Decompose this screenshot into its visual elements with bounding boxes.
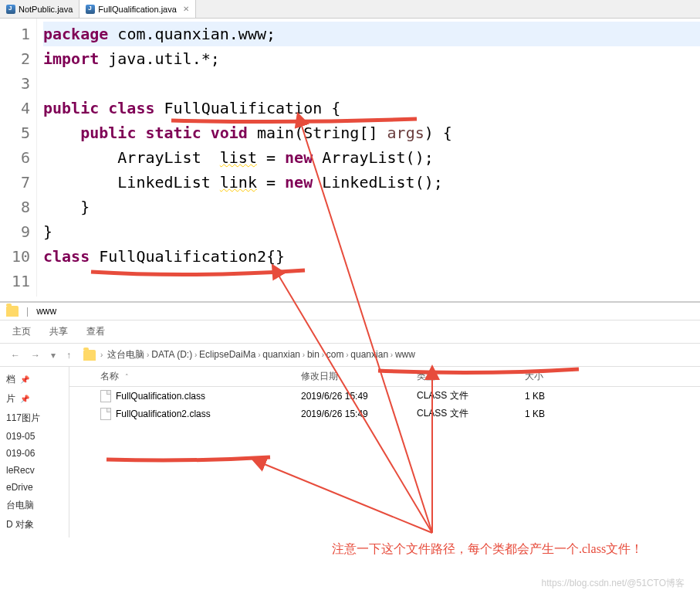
nav-pane: 档📌片📌117图片019-05019-06leRecveDrive台电脑D 对象	[0, 367, 69, 537]
line-number: 3	[0, 71, 30, 96]
tab-label: FullQualification.java	[98, 5, 177, 14]
sidebar-item[interactable]: 117图片	[0, 409, 69, 428]
code-line[interactable]: public class FullQualification {	[43, 96, 700, 120]
explorer-titlebar: | www	[0, 303, 700, 320]
nav-forward-icon[interactable]: →	[28, 350, 43, 361]
file-explorer: | www 主页 共享 查看 ← → ▾ ↑ › 这台电脑 › DATA (D:…	[0, 301, 700, 537]
pin-icon: 📌	[20, 375, 29, 384]
code-line[interactable]: LinkedList link = new LinkedList();	[43, 170, 700, 195]
sidebar-item[interactable]: leRecv	[0, 462, 69, 479]
code-area[interactable]: package com.quanxian.www;import java.uti…	[37, 19, 700, 297]
code-line[interactable]: }	[43, 195, 700, 219]
sidebar-item[interactable]: 片📌	[0, 389, 69, 409]
sort-icon: ˄	[125, 373, 129, 381]
sidebar-item[interactable]: 019-06	[0, 445, 69, 462]
line-number: 4	[0, 96, 30, 120]
line-number: 7	[0, 170, 30, 195]
column-headers[interactable]: 名称˄ 修改日期 类型 大小	[69, 367, 700, 387]
pin-icon: 📌	[20, 395, 29, 403]
folder-icon	[83, 350, 96, 361]
code-line[interactable]: public static void main(String[] args) {	[43, 120, 700, 145]
nav-up-icon[interactable]: ↑	[63, 350, 74, 361]
explorer-title: www	[36, 306, 56, 317]
file-size: 1 KB	[525, 409, 587, 419]
close-icon[interactable]: ✕	[183, 5, 189, 13]
breadcrumb-segment[interactable]: quanxian	[262, 349, 300, 360]
breadcrumb[interactable]: ← → ▾ ↑ › 这台电脑 › DATA (D:) › EclipseDaiM…	[0, 344, 700, 367]
java-icon	[86, 5, 95, 14]
file-name: FullQualification.class	[116, 391, 205, 402]
tab-fullqualification[interactable]: FullQualification.java ✕	[79, 0, 196, 18]
code-line[interactable]	[43, 71, 700, 96]
col-size[interactable]: 大小	[525, 370, 587, 383]
tab-label: NotPublic.java	[19, 5, 73, 14]
col-date[interactable]: 修改日期	[301, 370, 417, 383]
code-line[interactable]: }	[43, 219, 700, 244]
file-date: 2019/6/26 15:49	[301, 391, 417, 402]
col-name[interactable]: 名称˄	[69, 370, 301, 383]
nav-back-icon[interactable]: ←	[8, 350, 23, 361]
nav-dropdown-icon[interactable]: ▾	[48, 350, 59, 361]
code-editor[interactable]: 1234567891011 package com.quanxian.www;i…	[0, 19, 700, 297]
breadcrumb-segment[interactable]: bin	[307, 349, 320, 360]
col-type[interactable]: 类型	[417, 370, 525, 383]
sidebar-item[interactable]: eDrive	[0, 479, 69, 496]
line-number: 8	[0, 195, 30, 219]
breadcrumb-segment[interactable]: EclipseDaiMa	[199, 349, 255, 360]
ribbon: 主页 共享 查看	[0, 320, 700, 344]
sidebar-item[interactable]: 019-05	[0, 428, 69, 445]
file-row[interactable]: FullQualification2.class 2019/6/26 15:49…	[69, 405, 700, 422]
breadcrumb-segment[interactable]: www	[395, 349, 415, 360]
code-line[interactable]: ArrayList list = new ArrayList();	[43, 145, 700, 170]
breadcrumb-segment[interactable]: quanxian	[350, 349, 388, 360]
folder-icon	[6, 306, 19, 317]
line-number: 9	[0, 219, 30, 244]
file-icon	[100, 408, 111, 420]
file-row[interactable]: FullQualification.class 2019/6/26 15:49 …	[69, 387, 700, 405]
file-type: CLASS 文件	[417, 407, 525, 420]
watermark: https://blog.csdn.net/@51CTO博客	[542, 577, 685, 590]
file-icon	[100, 390, 111, 402]
line-number: 5	[0, 120, 30, 145]
tab-notpublic[interactable]: NotPublic.java	[0, 0, 79, 18]
file-type: CLASS 文件	[417, 389, 525, 402]
file-area: 档📌片📌117图片019-05019-06leRecveDrive台电脑D 对象…	[0, 367, 700, 537]
line-number: 1	[0, 22, 30, 46]
java-icon	[6, 5, 15, 14]
file-list: 名称˄ 修改日期 类型 大小 FullQualification.class 2…	[69, 367, 700, 537]
breadcrumb-segment[interactable]: 这台电脑	[107, 349, 144, 360]
ribbon-share[interactable]: 共享	[49, 325, 68, 338]
code-line[interactable]: import java.util.*;	[43, 46, 700, 71]
ribbon-view[interactable]: 查看	[86, 325, 105, 338]
line-number: 2	[0, 46, 30, 71]
sidebar-item[interactable]: 档📌	[0, 370, 69, 389]
breadcrumb-segment[interactable]: com	[326, 349, 344, 360]
ribbon-home[interactable]: 主页	[12, 325, 31, 338]
code-line[interactable]: package com.quanxian.www;	[43, 22, 700, 46]
code-line[interactable]	[43, 269, 700, 293]
breadcrumb-segment[interactable]: DATA (D:)	[151, 349, 192, 360]
line-number: 10	[0, 244, 30, 269]
file-name: FullQualification2.class	[116, 409, 211, 419]
editor-tabs: NotPublic.java FullQualification.java ✕	[0, 0, 700, 19]
sidebar-item[interactable]: D 对象	[0, 515, 69, 534]
annotation-text: 注意一下这个文件路径，每个类都会产生一个.class文件！	[332, 541, 671, 558]
line-number: 6	[0, 145, 30, 170]
file-size: 1 KB	[525, 391, 587, 402]
line-gutter: 1234567891011	[0, 19, 37, 297]
file-date: 2019/6/26 15:49	[301, 409, 417, 419]
code-line[interactable]: class FullQualification2{}	[43, 244, 700, 269]
line-number: 11	[0, 269, 30, 293]
sidebar-item[interactable]: 台电脑	[0, 496, 69, 515]
